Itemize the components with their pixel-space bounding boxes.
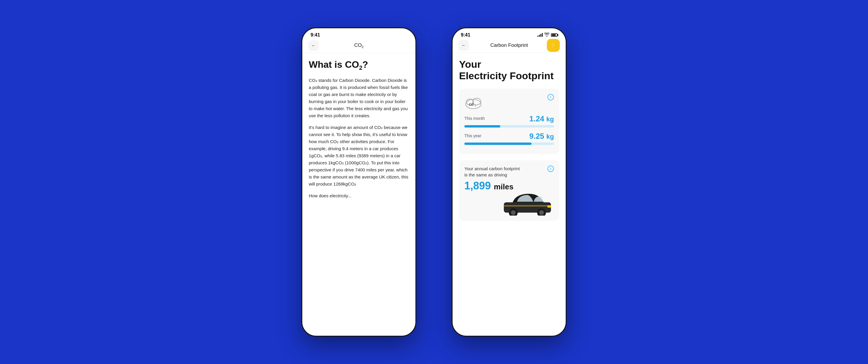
driving-card: Your annual carbon footprint is the same… xyxy=(459,160,559,221)
battery-icon xyxy=(551,33,557,37)
article-paragraph-2: It's hard to imagine an amount of CO₂ be… xyxy=(309,124,409,188)
page-title: Your Electricity Footprint xyxy=(459,59,559,81)
nav-bar-right: ← Carbon Footprint ⚡ xyxy=(453,39,566,53)
signal-bars-icon xyxy=(537,33,543,37)
time-left: 9:41 xyxy=(311,32,320,38)
driving-card-header: Your annual carbon footprint is the same… xyxy=(464,166,554,178)
stat-row-month: This month 1.24 kg xyxy=(464,114,554,128)
wifi-icon xyxy=(544,33,550,38)
nav-title-right: Carbon Footprint xyxy=(490,42,528,48)
phone-left: 9:41 ← CO2 What is CO2? CO₂ stands for C… xyxy=(302,27,416,337)
progress-bar-year xyxy=(464,142,554,145)
action-button-right[interactable]: ⚡ xyxy=(547,39,560,52)
this-month-label: This month xyxy=(464,116,485,121)
page-title-section: Your Electricity Footprint xyxy=(459,59,559,81)
back-arrow-icon-right: ← xyxy=(461,43,466,48)
nav-bar-left: ← CO2 xyxy=(302,39,415,53)
back-arrow-icon-left: ← xyxy=(311,43,316,48)
page-title-line2: Electricity Footprint xyxy=(459,70,554,81)
status-icons-right xyxy=(537,33,557,38)
this-month-value: 1.24 kg xyxy=(529,114,554,123)
phone-right: 9:41 xyxy=(452,27,566,337)
back-button-left[interactable]: ← xyxy=(308,40,319,51)
progress-bar-month xyxy=(464,125,554,128)
svg-point-7 xyxy=(511,210,516,215)
this-year-value: 9.25 kg xyxy=(529,132,554,141)
right-phone-content: Your Electricity Footprint CO 2 xyxy=(453,53,566,325)
svg-text:2: 2 xyxy=(475,105,476,107)
stats-card: CO 2 i This month 1.24 kg xyxy=(459,89,559,154)
co2-cloud-icon: CO 2 xyxy=(464,94,485,110)
stats-card-header: CO 2 i xyxy=(464,94,554,110)
car-svg xyxy=(501,189,554,216)
article-content: What is CO2? CO₂ stands for Carbon Dioxi… xyxy=(302,53,415,325)
car-illustration xyxy=(464,189,554,216)
article-body: CO₂ stands for Carbon Dioxide. Carbon Di… xyxy=(309,77,409,199)
svg-rect-11 xyxy=(504,205,551,206)
phones-container: 9:41 ← CO2 What is CO2? CO₂ stands for C… xyxy=(302,20,566,344)
article-title: What is CO2? xyxy=(309,59,409,71)
info-icon-driving[interactable]: i xyxy=(548,166,554,172)
info-icon-stats[interactable]: i xyxy=(548,94,554,100)
status-bar-right: 9:41 xyxy=(453,28,566,39)
article-paragraph-3: How does electricity... xyxy=(309,192,409,199)
stat-row-year: This year 9.25 kg xyxy=(464,132,554,145)
svg-point-9 xyxy=(539,210,544,215)
this-year-label: This year xyxy=(464,133,482,138)
time-right: 9:41 xyxy=(461,32,470,38)
lightning-icon: ⚡ xyxy=(550,41,557,49)
svg-text:CO: CO xyxy=(469,103,474,106)
status-bar-left: 9:41 xyxy=(302,28,415,39)
driving-label: Your annual carbon footprint is the same… xyxy=(464,166,523,178)
nav-title-left: CO2 xyxy=(354,42,364,48)
page-title-line1: Your xyxy=(459,59,481,70)
back-button-right[interactable]: ← xyxy=(459,40,469,51)
article-paragraph-1: CO₂ stands for Carbon Dioxide. Carbon Di… xyxy=(309,77,409,119)
